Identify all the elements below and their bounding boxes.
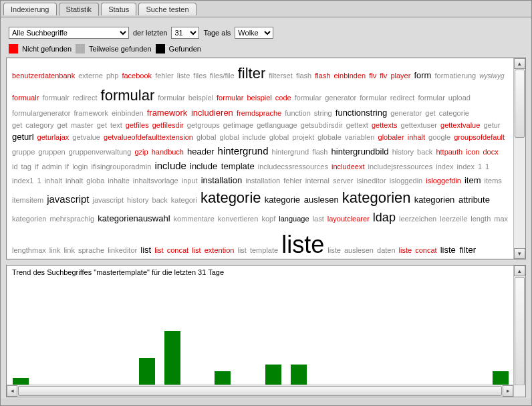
trend-scroll-right-button[interactable]: ▸: [503, 385, 513, 397]
tag-item[interactable]: link sprache: [63, 246, 104, 254]
tag-item[interactable]: gruppenverwaltung: [69, 148, 132, 156]
tag-item[interactable]: last: [313, 215, 324, 223]
tag-item[interactable]: back: [152, 196, 168, 204]
tag-item[interactable]: liste: [281, 231, 324, 258]
tag-item[interactable]: gettextuser: [401, 121, 437, 129]
tag-item[interactable]: facebook: [122, 72, 152, 80]
tag-item[interactable]: inhalt: [45, 177, 62, 185]
tag-item[interactable]: liste concat: [399, 246, 437, 254]
tag-item[interactable]: itemsitem: [12, 196, 43, 204]
tag-item[interactable]: getvalueofdefaulttextension: [104, 133, 193, 141]
tag-item[interactable]: benutzerdatenbank: [12, 72, 75, 80]
tag-item[interactable]: globaler inhalt: [378, 133, 426, 141]
tag-item[interactable]: flv player: [380, 72, 410, 80]
tag-item[interactable]: formular generator: [295, 94, 357, 102]
tag-item[interactable]: formualr redirect: [42, 94, 97, 102]
tag-item[interactable]: flash: [296, 72, 311, 80]
tag-item[interactable]: getgroups: [187, 121, 220, 129]
tag-item[interactable]: linkeditor: [108, 246, 137, 254]
tab-statistik[interactable]: Statistik: [59, 3, 100, 16]
tag-item[interactable]: ldap: [373, 211, 396, 224]
tag-item[interactable]: functionstring: [336, 108, 387, 118]
tag-item[interactable]: length max: [471, 215, 508, 223]
tag-item[interactable]: list: [192, 246, 201, 254]
tag-item[interactable]: isineditor: [357, 177, 386, 185]
scroll-up-button[interactable]: ▴: [514, 58, 525, 69]
tag-item[interactable]: filter: [238, 65, 266, 82]
tag-item[interactable]: liste filter: [440, 245, 476, 255]
cloud-vscrollbar[interactable]: ▴ ▾: [513, 58, 525, 259]
tag-item[interactable]: index1 1: [12, 177, 41, 185]
trend-hscrollbar[interactable]: ◂ ▸: [7, 385, 513, 397]
tag-item[interactable]: liste auslesen: [327, 246, 374, 254]
tag-item[interactable]: icon: [466, 148, 479, 156]
tag-item[interactable]: index: [436, 163, 453, 171]
tag-item[interactable]: includeext: [331, 163, 365, 171]
tag-item[interactable]: leerzeichen: [399, 215, 436, 223]
tag-item[interactable]: konvertieren: [218, 215, 259, 223]
tag-item[interactable]: get master: [57, 121, 94, 129]
tag-item[interactable]: javascript: [47, 193, 89, 205]
tag-item[interactable]: getvalue: [72, 133, 100, 141]
tag-item[interactable]: formular: [101, 87, 155, 104]
tag-item[interactable]: kategori: [171, 196, 197, 204]
tag-item[interactable]: gettext: [346, 121, 368, 129]
tag-item[interactable]: includejsressources: [368, 163, 433, 171]
tag-item[interactable]: formular upload: [418, 94, 470, 102]
tag-item[interactable]: filterset: [269, 72, 292, 80]
tab-status[interactable]: Status: [101, 3, 136, 15]
tag-item[interactable]: externe php: [78, 72, 118, 80]
tag-item[interactable]: header: [187, 146, 214, 157]
tag-item[interactable]: includecssressources: [258, 163, 328, 171]
tag-item[interactable]: javascript history: [93, 196, 149, 204]
trend-hscroll-thumb[interactable]: [18, 386, 502, 396]
tag-item[interactable]: list concat: [154, 246, 188, 254]
tag-item[interactable]: einbinden: [112, 109, 144, 117]
tag-item[interactable]: gettextvalue: [440, 121, 480, 129]
tag-item[interactable]: gruppe: [12, 148, 35, 156]
scroll-down-button[interactable]: ▾: [514, 248, 525, 259]
tag-item[interactable]: globale variablen: [317, 133, 374, 141]
trend-vscroll-thumb[interactable]: [515, 277, 525, 385]
cloud-scroll-thumb[interactable]: [515, 70, 525, 138]
tag-item[interactable]: framework includieren: [147, 108, 233, 118]
tag-item[interactable]: global include: [219, 133, 265, 141]
tag-item[interactable]: gruppen: [38, 148, 65, 156]
tag-item[interactable]: global projekt: [269, 133, 314, 141]
tag-item[interactable]: kategorie: [201, 189, 261, 206]
tag-item[interactable]: list template: [237, 246, 278, 254]
tag-item[interactable]: geturlajax: [37, 133, 70, 141]
tag-item[interactable]: hintergrundbild: [331, 146, 389, 157]
tag-item[interactable]: kommentare: [174, 215, 215, 223]
tag-item[interactable]: link: [49, 246, 61, 254]
days-select[interactable]: 31: [171, 27, 199, 39]
tag-item[interactable]: language: [279, 215, 309, 223]
tag-item[interactable]: kategorien: [12, 215, 46, 223]
tag-item[interactable]: inhaltsvorlage: [133, 177, 178, 185]
tag-item[interactable]: getfilesdir: [152, 121, 184, 129]
tag-item[interactable]: form: [414, 70, 431, 80]
tag-item[interactable]: docx: [483, 148, 498, 156]
tag-item[interactable]: getsubdirsdir: [301, 121, 343, 129]
tag-item[interactable]: files/file: [210, 72, 235, 80]
tag-item[interactable]: formatierung: [434, 72, 476, 80]
tag-item[interactable]: input: [182, 177, 198, 185]
tag-item[interactable]: installation fehler: [245, 177, 302, 185]
tag-item[interactable]: httpauth: [436, 148, 462, 156]
tag-item[interactable]: installation: [201, 175, 242, 185]
tag-item[interactable]: framework: [74, 109, 108, 117]
tag-item[interactable]: kategorienauswahl: [98, 213, 170, 223]
tag-item[interactable]: generator: [390, 109, 422, 117]
tag-item[interactable]: formualr: [12, 94, 39, 102]
tag-item[interactable]: inhalte: [108, 177, 129, 185]
tag-item[interactable]: gzip: [134, 148, 148, 156]
tag-item[interactable]: wysiwyg: [479, 72, 504, 80]
trend-vscrollbar[interactable]: ▴ ▾: [513, 266, 525, 397]
tag-item[interactable]: extention: [205, 246, 235, 254]
tag-item[interactable]: if login: [65, 163, 88, 171]
tag-item[interactable]: kategorien attribute: [414, 195, 490, 205]
tag-item[interactable]: include template: [190, 161, 255, 171]
tag-item[interactable]: formular redirect: [360, 94, 414, 102]
tag-item[interactable]: fremdsprache: [237, 109, 281, 117]
tag-item[interactable]: item: [464, 175, 481, 185]
